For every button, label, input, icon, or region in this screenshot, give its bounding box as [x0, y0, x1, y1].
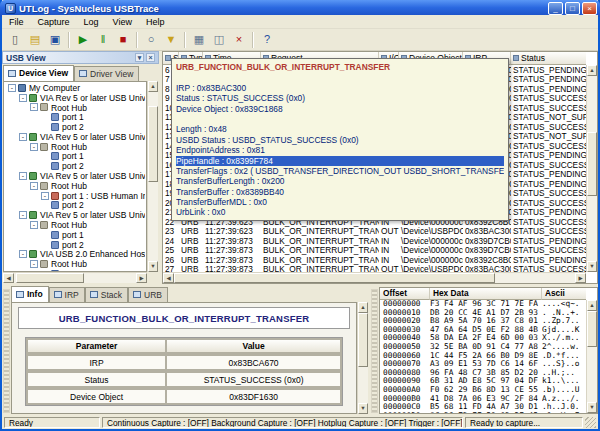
log-row[interactable]: 27URB11:27:39:873BULK_OR_INTERRUPT_TRANS… [163, 265, 586, 273]
expander-icon[interactable]: - [19, 250, 27, 258]
expander-icon[interactable]: - [19, 133, 27, 141]
close-button[interactable]: × [582, 2, 597, 15]
tree-scrollbar-vertical[interactable]: ▲ ▼ [147, 81, 158, 272]
parameter-row[interactable]: IRP0x83BCA670 [26, 354, 342, 371]
tree-item[interactable]: -port 1 : USB Human Interface D [5, 191, 145, 201]
scroll-thumb[interactable] [174, 273, 495, 283]
scroll-right-button[interactable]: ▶ [575, 273, 586, 283]
log-row[interactable]: 23URB11:27:39:623BULK_OR_INTERRUPT_TRANS… [163, 227, 586, 237]
column-header-status[interactable]: Status [511, 52, 586, 65]
scroll-up-button[interactable]: ▲ [587, 65, 597, 76]
scroll-down-button[interactable]: ▼ [358, 403, 368, 414]
tab-info[interactable]: Info [11, 286, 49, 302]
expander-icon[interactable]: - [30, 103, 38, 111]
scroll-down-button[interactable]: ▼ [148, 261, 158, 272]
expander-icon[interactable]: - [30, 221, 38, 229]
tree-item[interactable]: -My Computer [5, 83, 145, 93]
scroll-track[interactable] [358, 313, 368, 403]
expander-icon[interactable]: - [19, 172, 27, 180]
stop-capture-button[interactable]: ■ [113, 31, 133, 49]
tab-driver-view[interactable]: Driver View [74, 66, 139, 81]
tree-scrollbar-horizontal[interactable]: ◀ ▶ [3, 272, 147, 283]
scroll-thumb[interactable] [587, 311, 597, 347]
scroll-thumb[interactable] [587, 132, 597, 197]
tree-item[interactable]: port 1 [5, 230, 145, 240]
menu-capture[interactable]: Capture [31, 16, 77, 28]
tab-irp[interactable]: IRP [49, 287, 85, 302]
find-button[interactable]: ○ [141, 31, 161, 49]
save-log-button[interactable]: ▣ [45, 31, 65, 49]
new-log-button[interactable]: ▯ [5, 31, 25, 49]
help-button[interactable]: ? [257, 31, 277, 49]
scroll-thumb[interactable] [358, 313, 368, 367]
resize-grip[interactable] [585, 417, 596, 428]
log-row[interactable]: 26URB11:27:39:873BULK_OR_INTERRUPT_TRANS… [163, 255, 586, 265]
scroll-up-button[interactable]: ▲ [358, 302, 368, 313]
tree-item[interactable]: port 1 [5, 112, 145, 122]
parameter-row[interactable]: Device Object0x83DF1630 [26, 388, 342, 405]
tree-item[interactable]: -Root Hub [5, 103, 145, 113]
tree-item[interactable]: -Root Hub [5, 220, 145, 230]
expander-icon[interactable]: - [19, 211, 27, 219]
tree-item[interactable]: -VIA Rev 5 or later USB Universal Host C [5, 171, 145, 181]
expander-icon[interactable]: - [19, 94, 27, 102]
menu-help[interactable]: Help [139, 16, 172, 28]
device-view-button[interactable]: ▦ [189, 31, 209, 49]
tab-device-view[interactable]: Device View [3, 65, 74, 81]
log-scrollbar-horizontal[interactable]: ◀ ▶ [163, 272, 586, 283]
tree-item[interactable]: port 2 [5, 240, 145, 250]
tree-item[interactable]: port 1 [5, 152, 145, 162]
expander-icon[interactable]: - [41, 192, 49, 200]
scroll-thumb[interactable] [16, 273, 83, 283]
menu-log[interactable]: Log [77, 16, 106, 28]
column-header-hex-data[interactable]: Hex Data [430, 288, 542, 300]
split-view-button[interactable]: ◫ [209, 31, 229, 49]
pin-icon[interactable]: ▾ [135, 53, 144, 62]
tree-item[interactable]: -Root Hub [5, 259, 145, 269]
parameter-row[interactable]: StatusSTATUS_SUCCESS (0x0) [26, 371, 342, 388]
minimize-button[interactable]: _ [548, 2, 563, 15]
menu-view[interactable]: View [106, 16, 139, 28]
scroll-left-button[interactable]: ◀ [3, 273, 14, 283]
log-row[interactable]: 24URB11:27:39:873BULK_OR_INTERRUPT_TRANS… [163, 236, 586, 246]
tree-item[interactable]: -VIA USB 2.0 Enhanced Host Controller [5, 250, 145, 260]
panel-grip[interactable] [3, 289, 10, 413]
tree-item[interactable]: -VIA Rev 5 or later USB Universal Host C [5, 210, 145, 220]
expander-icon[interactable]: - [8, 84, 16, 92]
scroll-up-button[interactable]: ▲ [587, 300, 597, 311]
tree-item[interactable]: -Root Hub [5, 142, 145, 152]
tab-stack[interactable]: Stack [85, 287, 128, 302]
tree-item[interactable]: -VIA Rev 5 or later USB Universal Host C [5, 93, 145, 103]
scroll-right-button[interactable]: ▶ [136, 273, 147, 283]
tree-item[interactable]: port 2 [5, 201, 145, 211]
info-scrollbar-vertical[interactable]: ▲ ▼ [357, 302, 368, 414]
pause-capture-button[interactable]: ‖ [93, 31, 113, 49]
scroll-left-button[interactable]: ◀ [163, 273, 174, 283]
log-scrollbar-vertical[interactable]: ▲ ▼ [586, 65, 597, 272]
close-panel-icon[interactable]: × [146, 53, 155, 62]
maximize-button[interactable]: □ [565, 2, 580, 15]
scroll-down-button[interactable]: ▼ [587, 402, 597, 413]
clear-log-button[interactable]: × [229, 31, 249, 49]
tree-item[interactable]: -VIA Rev 5 or later USB Universal Host C [5, 132, 145, 142]
scroll-down-button[interactable]: ▼ [587, 261, 597, 272]
scroll-track[interactable] [587, 76, 597, 261]
open-log-button[interactable]: ▤ [25, 31, 45, 49]
tree-item[interactable]: -Root Hub [5, 181, 145, 191]
scroll-thumb[interactable] [148, 106, 158, 182]
log-row[interactable]: 25URB11:27:39:873BULK_OR_INTERRUPT_TRANS… [163, 246, 586, 256]
scroll-up-button[interactable]: ▲ [148, 81, 158, 92]
expander-icon[interactable]: - [30, 182, 38, 190]
scroll-track[interactable] [587, 311, 597, 402]
scroll-track[interactable] [148, 92, 158, 261]
scroll-track[interactable] [14, 273, 136, 283]
expander-icon[interactable]: - [30, 143, 38, 151]
filter-button[interactable]: ▼ [161, 31, 181, 49]
start-capture-button[interactable]: ▶ [73, 31, 93, 49]
scroll-track[interactable] [174, 273, 575, 283]
menu-file[interactable]: File [2, 16, 31, 28]
column-header-offset[interactable]: Offset [380, 288, 430, 300]
tree-item[interactable]: port 2 [5, 122, 145, 132]
column-header-ascii[interactable]: Ascii [542, 288, 586, 300]
tree-item[interactable]: port 2 [5, 161, 145, 171]
